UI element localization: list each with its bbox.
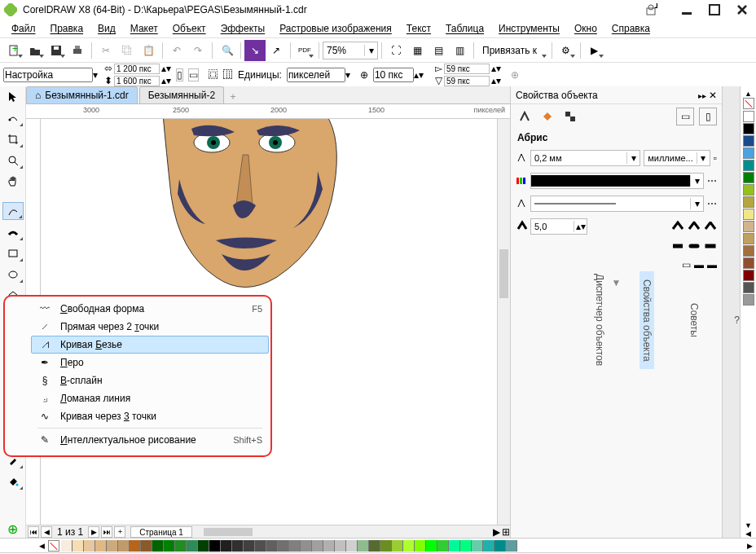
minimize-button[interactable] <box>676 2 697 17</box>
units-combo[interactable]: ▾ <box>287 68 350 82</box>
color-swatch[interactable] <box>743 294 754 306</box>
menu-effects[interactable]: Эффекты <box>214 21 272 36</box>
menu-tools[interactable]: Инструменты <box>492 21 566 36</box>
pick-tool[interactable] <box>2 88 24 106</box>
corner-round-button[interactable] <box>688 221 701 233</box>
treat-as-filled-button[interactable]: ⊕ <box>511 69 519 81</box>
color-swatch[interactable] <box>335 540 346 552</box>
guides-button[interactable]: ▥ <box>449 40 470 61</box>
menu-file[interactable]: Файл <box>5 21 42 36</box>
last-page-button[interactable]: ⏭ <box>101 526 112 538</box>
scrollbar-horizontal[interactable] <box>204 527 481 537</box>
login-icon[interactable]: 1 <box>640 2 662 17</box>
landscape-button[interactable]: ▭ <box>188 68 199 81</box>
transparency-tab-icon[interactable] <box>561 108 579 125</box>
menu-window[interactable]: Окно <box>568 21 604 36</box>
flyout-item[interactable]: ✎Интеллектуальное рисованиеShift+S <box>31 431 269 449</box>
add-page-button[interactable]: ＋ <box>114 526 125 538</box>
outline-width-combo[interactable]: 0,2 мм▾ <box>530 150 640 166</box>
position-center-button[interactable]: ▬ <box>694 259 704 270</box>
dup-x-input[interactable] <box>444 64 490 74</box>
color-swatch[interactable] <box>346 540 358 552</box>
dup-y-input[interactable] <box>444 76 490 86</box>
color-swatch[interactable] <box>278 540 289 552</box>
save-button[interactable] <box>46 40 67 61</box>
zoom-combo[interactable]: ▾ <box>323 42 378 59</box>
zoom-tool[interactable] <box>2 152 24 169</box>
docker-view2-icon[interactable]: ▯ <box>699 108 717 125</box>
open-button[interactable] <box>24 40 46 61</box>
more-options-icon[interactable]: ⋯ <box>707 175 717 187</box>
color-swatch[interactable] <box>743 282 754 293</box>
print-button[interactable] <box>67 40 88 61</box>
options-button[interactable]: ⚙ <box>556 40 577 61</box>
no-color-swatch-bottom[interactable] <box>48 540 59 552</box>
color-swatch[interactable] <box>472 540 483 552</box>
first-page-button[interactable]: ⏮ <box>28 526 39 538</box>
flyout-item[interactable]: ⩘Кривая Безье <box>31 336 269 354</box>
prev-page-button[interactable]: ◀ <box>41 526 52 538</box>
color-swatch[interactable] <box>209 540 221 552</box>
color-swatch[interactable] <box>244 540 255 552</box>
no-color-swatch[interactable] <box>743 98 754 109</box>
color-swatch[interactable] <box>301 540 312 552</box>
search-button[interactable]: 🔍 <box>216 40 237 61</box>
fill-tab-icon[interactable] <box>538 108 556 125</box>
color-swatch[interactable] <box>232 540 244 552</box>
flyout-item[interactable]: §B-сплайн <box>31 372 269 389</box>
menu-bitmaps[interactable]: Растровые изображения <box>273 21 398 36</box>
color-swatch[interactable] <box>164 540 175 552</box>
palette-left-button[interactable]: ◀ <box>36 542 48 550</box>
add-tab-button[interactable]: ＋ <box>226 89 240 103</box>
color-swatch[interactable] <box>437 540 449 552</box>
palette-down-button[interactable]: ▼ <box>745 521 752 530</box>
style-options-icon[interactable]: ⋯ <box>707 198 717 209</box>
docker-close-button[interactable]: ✕ <box>709 90 717 101</box>
view-navigator-button[interactable]: ⊞ <box>502 526 510 538</box>
quick-customize-button[interactable]: ⊕ <box>2 520 24 538</box>
outline-color-combo[interactable]: ▾ <box>530 173 704 189</box>
new-button[interactable]: + <box>3 40 24 61</box>
side-tab-object-manager[interactable]: Диспетчер объектов <box>592 266 607 374</box>
color-swatch[interactable] <box>84 540 95 552</box>
shape-tool[interactable] <box>2 109 24 127</box>
docker-view1-icon[interactable]: ▭ <box>676 108 694 125</box>
color-swatch[interactable] <box>743 172 754 183</box>
color-swatch[interactable] <box>312 540 323 552</box>
expand-docker-button[interactable]: ▼ <box>511 274 722 292</box>
outline-tab-icon[interactable] <box>516 108 534 125</box>
palette-up-button[interactable]: ▲ <box>745 90 752 98</box>
palette-right-button[interactable]: ▶ <box>744 542 756 550</box>
color-swatch[interactable] <box>506 540 517 552</box>
snap-to-button[interactable]: Привязать к <box>477 40 548 61</box>
doc-tab-2[interactable]: Безымянный-2 <box>139 86 224 103</box>
help-hint-icon[interactable]: ? <box>734 314 740 326</box>
crop-tool[interactable] <box>2 130 24 148</box>
flyout-item[interactable]: ⟓Ломаная линия <box>31 389 269 407</box>
flyout-item[interactable]: ✒Перо <box>31 354 269 372</box>
color-swatch[interactable] <box>743 221 754 232</box>
color-swatch[interactable] <box>392 540 403 552</box>
import-button[interactable]: ↘ <box>244 40 266 61</box>
page-height-input[interactable] <box>114 76 160 86</box>
show-rulers-button[interactable]: ▦ <box>407 40 428 61</box>
maximize-button[interactable] <box>704 2 725 17</box>
color-swatch[interactable] <box>743 160 754 171</box>
color-swatch[interactable] <box>380 540 392 552</box>
corner-miter-button[interactable] <box>671 221 684 233</box>
menu-table[interactable]: Таблица <box>439 21 490 36</box>
color-swatch[interactable] <box>107 540 118 552</box>
menu-help[interactable]: Справка <box>605 21 657 36</box>
color-swatch[interactable] <box>187 540 198 552</box>
color-swatch[interactable] <box>403 540 415 552</box>
color-swatch[interactable] <box>95 540 107 552</box>
page-tab-1[interactable]: Страница 1 <box>130 526 192 538</box>
color-swatch[interactable] <box>152 540 164 552</box>
position-inside-button[interactable]: ▬ <box>707 259 717 270</box>
cut-button[interactable]: ✂ <box>95 40 116 61</box>
color-swatch[interactable] <box>118 540 130 552</box>
color-swatch[interactable] <box>61 540 73 552</box>
color-swatch[interactable] <box>175 540 187 552</box>
color-swatch[interactable] <box>369 540 380 552</box>
color-swatch[interactable] <box>449 540 460 552</box>
